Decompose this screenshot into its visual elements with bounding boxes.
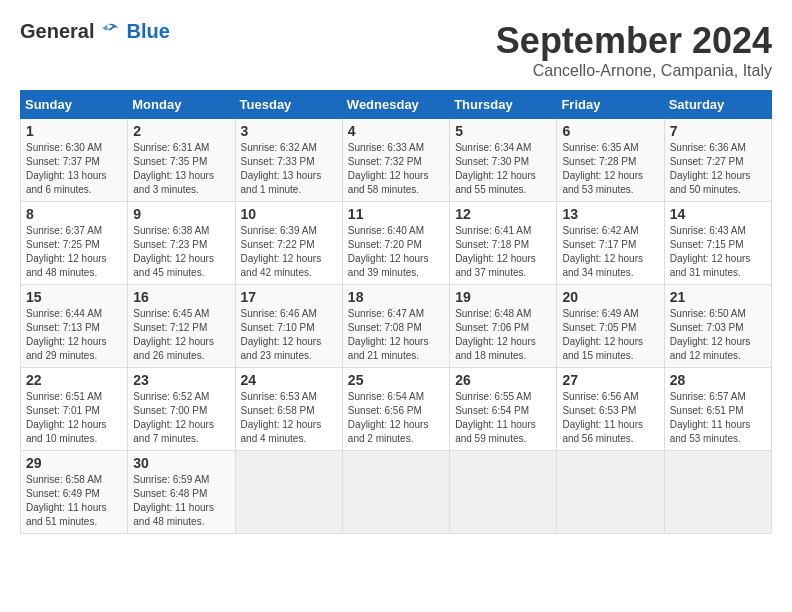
day-info: Sunrise: 6:33 AMSunset: 7:32 PMDaylight:… <box>348 142 429 195</box>
weekday-header-sunday: Sunday <box>21 91 128 119</box>
day-number: 7 <box>670 123 766 139</box>
day-info: Sunrise: 6:42 AMSunset: 7:17 PMDaylight:… <box>562 225 643 278</box>
calendar-cell <box>664 451 771 534</box>
day-number: 1 <box>26 123 122 139</box>
day-info: Sunrise: 6:41 AMSunset: 7:18 PMDaylight:… <box>455 225 536 278</box>
weekday-header-monday: Monday <box>128 91 235 119</box>
day-info: Sunrise: 6:50 AMSunset: 7:03 PMDaylight:… <box>670 308 751 361</box>
calendar-cell: 25 Sunrise: 6:54 AMSunset: 6:56 PMDaylig… <box>342 368 449 451</box>
day-info: Sunrise: 6:45 AMSunset: 7:12 PMDaylight:… <box>133 308 214 361</box>
calendar-cell: 11 Sunrise: 6:40 AMSunset: 7:20 PMDaylig… <box>342 202 449 285</box>
day-info: Sunrise: 6:46 AMSunset: 7:10 PMDaylight:… <box>241 308 322 361</box>
day-number: 27 <box>562 372 658 388</box>
logo-blue: Blue <box>126 20 169 43</box>
day-number: 13 <box>562 206 658 222</box>
calendar-cell: 18 Sunrise: 6:47 AMSunset: 7:08 PMDaylig… <box>342 285 449 368</box>
weekday-header-tuesday: Tuesday <box>235 91 342 119</box>
month-title: September 2024 <box>496 20 772 62</box>
calendar-cell: 1 Sunrise: 6:30 AMSunset: 7:37 PMDayligh… <box>21 119 128 202</box>
calendar-cell: 10 Sunrise: 6:39 AMSunset: 7:22 PMDaylig… <box>235 202 342 285</box>
day-info: Sunrise: 6:51 AMSunset: 7:01 PMDaylight:… <box>26 391 107 444</box>
day-number: 3 <box>241 123 337 139</box>
logo-general: General <box>20 20 94 43</box>
day-info: Sunrise: 6:32 AMSunset: 7:33 PMDaylight:… <box>241 142 322 195</box>
calendar-cell: 7 Sunrise: 6:36 AMSunset: 7:27 PMDayligh… <box>664 119 771 202</box>
calendar-week-row: 8 Sunrise: 6:37 AMSunset: 7:25 PMDayligh… <box>21 202 772 285</box>
calendar-cell: 8 Sunrise: 6:37 AMSunset: 7:25 PMDayligh… <box>21 202 128 285</box>
day-number: 6 <box>562 123 658 139</box>
calendar-cell: 22 Sunrise: 6:51 AMSunset: 7:01 PMDaylig… <box>21 368 128 451</box>
calendar-cell: 28 Sunrise: 6:57 AMSunset: 6:51 PMDaylig… <box>664 368 771 451</box>
calendar-week-row: 1 Sunrise: 6:30 AMSunset: 7:37 PMDayligh… <box>21 119 772 202</box>
day-info: Sunrise: 6:31 AMSunset: 7:35 PMDaylight:… <box>133 142 214 195</box>
calendar-cell: 17 Sunrise: 6:46 AMSunset: 7:10 PMDaylig… <box>235 285 342 368</box>
day-info: Sunrise: 6:53 AMSunset: 6:58 PMDaylight:… <box>241 391 322 444</box>
calendar-cell: 23 Sunrise: 6:52 AMSunset: 7:00 PMDaylig… <box>128 368 235 451</box>
calendar-cell: 19 Sunrise: 6:48 AMSunset: 7:06 PMDaylig… <box>450 285 557 368</box>
weekday-header-saturday: Saturday <box>664 91 771 119</box>
day-info: Sunrise: 6:49 AMSunset: 7:05 PMDaylight:… <box>562 308 643 361</box>
day-number: 30 <box>133 455 229 471</box>
day-info: Sunrise: 6:35 AMSunset: 7:28 PMDaylight:… <box>562 142 643 195</box>
day-number: 12 <box>455 206 551 222</box>
day-number: 28 <box>670 372 766 388</box>
day-number: 24 <box>241 372 337 388</box>
weekday-header-wednesday: Wednesday <box>342 91 449 119</box>
day-info: Sunrise: 6:44 AMSunset: 7:13 PMDaylight:… <box>26 308 107 361</box>
day-info: Sunrise: 6:58 AMSunset: 6:49 PMDaylight:… <box>26 474 107 527</box>
calendar-cell: 21 Sunrise: 6:50 AMSunset: 7:03 PMDaylig… <box>664 285 771 368</box>
calendar-cell: 4 Sunrise: 6:33 AMSunset: 7:32 PMDayligh… <box>342 119 449 202</box>
day-number: 21 <box>670 289 766 305</box>
day-number: 9 <box>133 206 229 222</box>
calendar-cell: 5 Sunrise: 6:34 AMSunset: 7:30 PMDayligh… <box>450 119 557 202</box>
day-number: 8 <box>26 206 122 222</box>
day-info: Sunrise: 6:52 AMSunset: 7:00 PMDaylight:… <box>133 391 214 444</box>
calendar-cell: 14 Sunrise: 6:43 AMSunset: 7:15 PMDaylig… <box>664 202 771 285</box>
calendar-cell <box>235 451 342 534</box>
calendar-cell: 9 Sunrise: 6:38 AMSunset: 7:23 PMDayligh… <box>128 202 235 285</box>
day-info: Sunrise: 6:36 AMSunset: 7:27 PMDaylight:… <box>670 142 751 195</box>
calendar-table: SundayMondayTuesdayWednesdayThursdayFrid… <box>20 90 772 534</box>
calendar-cell: 16 Sunrise: 6:45 AMSunset: 7:12 PMDaylig… <box>128 285 235 368</box>
day-number: 16 <box>133 289 229 305</box>
calendar-week-row: 22 Sunrise: 6:51 AMSunset: 7:01 PMDaylig… <box>21 368 772 451</box>
day-info: Sunrise: 6:54 AMSunset: 6:56 PMDaylight:… <box>348 391 429 444</box>
day-number: 18 <box>348 289 444 305</box>
day-info: Sunrise: 6:30 AMSunset: 7:37 PMDaylight:… <box>26 142 107 195</box>
day-number: 17 <box>241 289 337 305</box>
calendar-header-row: SundayMondayTuesdayWednesdayThursdayFrid… <box>21 91 772 119</box>
weekday-header-thursday: Thursday <box>450 91 557 119</box>
calendar-week-row: 15 Sunrise: 6:44 AMSunset: 7:13 PMDaylig… <box>21 285 772 368</box>
day-info: Sunrise: 6:43 AMSunset: 7:15 PMDaylight:… <box>670 225 751 278</box>
calendar-cell: 15 Sunrise: 6:44 AMSunset: 7:13 PMDaylig… <box>21 285 128 368</box>
day-info: Sunrise: 6:56 AMSunset: 6:53 PMDaylight:… <box>562 391 643 444</box>
day-info: Sunrise: 6:40 AMSunset: 7:20 PMDaylight:… <box>348 225 429 278</box>
calendar-cell: 29 Sunrise: 6:58 AMSunset: 6:49 PMDaylig… <box>21 451 128 534</box>
calendar-cell: 2 Sunrise: 6:31 AMSunset: 7:35 PMDayligh… <box>128 119 235 202</box>
calendar-week-row: 29 Sunrise: 6:58 AMSunset: 6:49 PMDaylig… <box>21 451 772 534</box>
day-info: Sunrise: 6:59 AMSunset: 6:48 PMDaylight:… <box>133 474 214 527</box>
calendar-cell: 13 Sunrise: 6:42 AMSunset: 7:17 PMDaylig… <box>557 202 664 285</box>
day-info: Sunrise: 6:34 AMSunset: 7:30 PMDaylight:… <box>455 142 536 195</box>
day-number: 23 <box>133 372 229 388</box>
day-number: 26 <box>455 372 551 388</box>
title-area: September 2024 Cancello-Arnone, Campania… <box>496 20 772 80</box>
calendar-cell: 24 Sunrise: 6:53 AMSunset: 6:58 PMDaylig… <box>235 368 342 451</box>
day-number: 22 <box>26 372 122 388</box>
day-info: Sunrise: 6:37 AMSunset: 7:25 PMDaylight:… <box>26 225 107 278</box>
location-title: Cancello-Arnone, Campania, Italy <box>496 62 772 80</box>
day-info: Sunrise: 6:38 AMSunset: 7:23 PMDaylight:… <box>133 225 214 278</box>
calendar-cell <box>342 451 449 534</box>
day-info: Sunrise: 6:39 AMSunset: 7:22 PMDaylight:… <box>241 225 322 278</box>
day-info: Sunrise: 6:48 AMSunset: 7:06 PMDaylight:… <box>455 308 536 361</box>
calendar-cell: 26 Sunrise: 6:55 AMSunset: 6:54 PMDaylig… <box>450 368 557 451</box>
logo-bird-icon <box>96 22 120 42</box>
day-number: 14 <box>670 206 766 222</box>
calendar-cell: 6 Sunrise: 6:35 AMSunset: 7:28 PMDayligh… <box>557 119 664 202</box>
day-number: 29 <box>26 455 122 471</box>
calendar-cell <box>557 451 664 534</box>
calendar-cell: 30 Sunrise: 6:59 AMSunset: 6:48 PMDaylig… <box>128 451 235 534</box>
day-info: Sunrise: 6:47 AMSunset: 7:08 PMDaylight:… <box>348 308 429 361</box>
calendar-cell <box>450 451 557 534</box>
day-number: 25 <box>348 372 444 388</box>
